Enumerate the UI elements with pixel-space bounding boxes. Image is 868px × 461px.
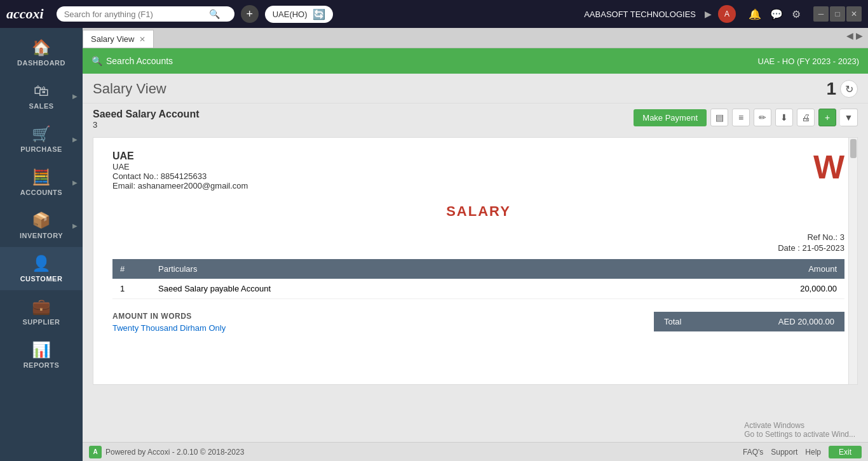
sidebar-label-sales: SALES	[29, 102, 53, 110]
sidebar-item-accounts[interactable]: 🧮 ACCOUNTS ▶	[0, 161, 83, 204]
download-icon-button[interactable]: ⬇	[775, 109, 793, 126]
header-branch-fy: UAE - HO (FY 2023 - 2023)	[758, 57, 859, 66]
exit-button[interactable]: Exit	[829, 446, 862, 458]
add-dropdown-button[interactable]: ▼	[840, 109, 858, 126]
close-button[interactable]: ✕	[846, 6, 862, 22]
sidebar-item-supplier[interactable]: 💼 SUPPLIER	[0, 290, 83, 333]
row-num: 1	[112, 279, 151, 299]
sidebar-item-purchase[interactable]: 🛒 PURCHASE ▶	[0, 117, 83, 161]
settings-icon[interactable]: ⚙	[792, 8, 801, 20]
document-inner: UAE UAE Contact No.: 8854125633 Email: a…	[93, 138, 857, 345]
bottom-footer: A Powered by Accoxi - 2.0.10 © 2018-2023…	[83, 442, 868, 461]
add-icon-button[interactable]: +	[818, 109, 836, 126]
window-controls: ─ □ ✕	[813, 6, 862, 22]
add-button[interactable]: +	[241, 5, 259, 23]
branch-selector[interactable]: UAE(HO) 🔄	[265, 6, 333, 23]
topbar-icons: 🔔 💬 ⚙	[749, 8, 801, 20]
sales-icon: 🛍	[34, 82, 49, 100]
tab-scroll-right-button[interactable]: ▶	[856, 30, 863, 41]
row-particulars: Saeed Salary payable Account	[151, 279, 730, 299]
row-amount: 20,000.00	[730, 279, 844, 299]
ref-no: Ref No.: 3	[112, 232, 844, 242]
company-contact: Contact No.: 8854125633	[112, 171, 248, 181]
company-info: UAE UAE Contact No.: 8854125633 Email: a…	[112, 150, 248, 190]
search-accounts-label: Search Accounts	[106, 56, 173, 66]
account-info: Saeed Salary Account 3	[93, 109, 199, 130]
col-header-particulars: Particulars	[151, 259, 730, 279]
search-box[interactable]: 🔍	[57, 6, 234, 22]
sidebar-label-accounts: ACCOUNTS	[20, 189, 62, 196]
company-email: Email: ashanameer2000@gmail.com	[112, 181, 248, 190]
message-icon[interactable]: 💬	[770, 8, 783, 20]
amount-words: AMOUNT IN WORDS Twenty Thousand Dirham O…	[112, 312, 226, 333]
sidebar-label-dashboard: DASHBOARD	[17, 59, 65, 67]
maximize-button[interactable]: □	[830, 6, 845, 22]
account-name: Saeed Salary Account	[93, 109, 199, 120]
tab-bar: Salary View ✕ ◀ ▶	[83, 28, 868, 48]
company-name: AABASOFT TECHNOLOGIES	[584, 10, 696, 19]
faq-link[interactable]: FAQ's	[743, 448, 763, 457]
tab-controls: ◀ ▶	[846, 30, 863, 41]
sidebar-item-customer[interactable]: 👤 CUSTOMER	[0, 247, 83, 290]
branch-refresh-icon[interactable]: 🔄	[313, 8, 325, 20]
account-section: Saeed Salary Account 3 Make Payment ▤ ≡ …	[83, 104, 868, 135]
notification-icon[interactable]: 🔔	[749, 8, 761, 20]
sidebar-item-sales[interactable]: 🛍 SALES ▶	[0, 74, 83, 117]
view-single-icon-button[interactable]: ▤	[710, 109, 728, 126]
account-number: 3	[93, 120, 199, 130]
total-amount: AED 20,000.00	[778, 317, 834, 326]
sidebar-item-dashboard[interactable]: 🏠 DASHBOARD	[0, 31, 83, 74]
sidebar-item-inventory[interactable]: 📦 INVENTORY ▶	[0, 204, 83, 247]
customer-icon: 👤	[32, 255, 51, 272]
page-number: 1	[826, 79, 836, 99]
sidebar-label-supplier: SUPPLIER	[22, 318, 60, 326]
minimize-button[interactable]: ─	[813, 6, 829, 22]
help-link[interactable]: Help	[805, 448, 821, 457]
company-sub: UAE	[112, 162, 248, 171]
doc-ref: Ref No.: 3 Date : 21-05-2023	[112, 232, 844, 253]
document-wrapper: UAE UAE Contact No.: 8854125633 Email: a…	[93, 137, 858, 385]
sidebar-item-reports[interactable]: 📊 REPORTS	[0, 333, 83, 377]
edit-icon-button[interactable]: ✏	[754, 109, 771, 126]
document-scrollbar[interactable]	[848, 138, 857, 384]
sidebar-label-reports: REPORTS	[24, 361, 60, 369]
account-actions: Make Payment ▤ ≡ ✏ ⬇ 🖨 + ▼	[634, 109, 858, 126]
company-logo: W	[813, 150, 844, 184]
print-icon-button[interactable]: 🖨	[797, 109, 815, 126]
tab-close-icon[interactable]: ✕	[139, 35, 146, 44]
sidebar-label-inventory: INVENTORY	[20, 232, 63, 239]
footer-links: FAQ's Support Help Exit	[743, 446, 862, 458]
page-title: Salary View	[93, 81, 166, 97]
activate-windows-watermark: Activate Windows Go to Settings to activ…	[744, 421, 855, 439]
page-title-actions: 1 ↻	[826, 79, 858, 99]
branch-label: UAE(HO)	[273, 10, 308, 19]
tab-salary-view[interactable]: Salary View ✕	[83, 30, 154, 48]
doc-date: Date : 21-05-2023	[112, 243, 844, 253]
inventory-arrow-icon: ▶	[72, 222, 78, 229]
col-header-amount: Amount	[730, 259, 844, 279]
scrollbar-thumb	[850, 139, 857, 158]
support-link[interactable]: Support	[771, 448, 797, 457]
search-input[interactable]	[64, 10, 204, 19]
dashboard-icon: 🏠	[32, 39, 51, 57]
total-box: Total AED 20,000.00	[654, 312, 844, 331]
purchase-icon: 🛒	[32, 125, 51, 143]
col-header-num: #	[112, 259, 151, 279]
logo-w-graphic: W	[813, 150, 844, 184]
company-arrow-icon: ▶	[705, 9, 712, 19]
doc-header: UAE UAE Contact No.: 8854125633 Email: a…	[112, 150, 844, 190]
activate-line1: Activate Windows	[744, 421, 855, 430]
tab-label: Salary View	[91, 34, 134, 44]
table-row: 1 Saeed Salary payable Account 20,000.00	[112, 279, 844, 299]
doc-footer: AMOUNT IN WORDS Twenty Thousand Dirham O…	[112, 312, 844, 333]
view-list-icon-button[interactable]: ≡	[732, 109, 750, 126]
search-accounts-button[interactable]: 🔍 Search Accounts	[92, 56, 173, 66]
make-payment-button[interactable]: Make Payment	[634, 109, 707, 126]
supplier-icon: 💼	[32, 298, 51, 316]
powered-by: A Powered by Accoxi - 2.0.10 © 2018-2023	[89, 446, 244, 458]
avatar: A	[718, 5, 736, 23]
total-label: Total	[664, 317, 681, 326]
tab-scroll-left-button[interactable]: ◀	[846, 30, 853, 41]
page-refresh-button[interactable]: ↻	[840, 80, 858, 98]
sales-arrow-icon: ▶	[72, 93, 78, 100]
